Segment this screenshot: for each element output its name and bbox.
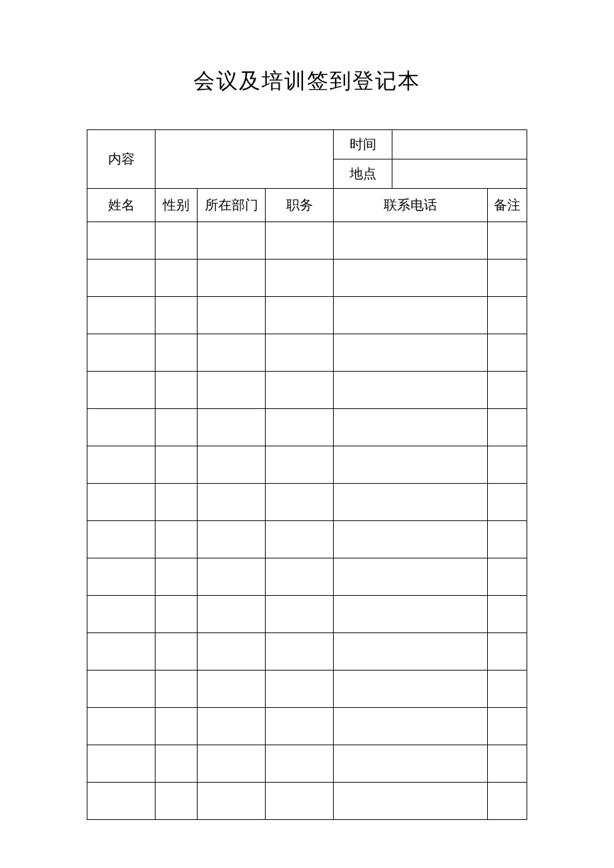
cell-remark <box>487 783 527 820</box>
cell-position <box>266 708 334 745</box>
table-row <box>87 372 527 409</box>
content-value-cell <box>156 130 334 189</box>
cell-position <box>266 334 334 372</box>
table-row <box>87 334 527 372</box>
table-row <box>87 222 527 260</box>
cell-department <box>198 671 266 708</box>
cell-gender <box>156 708 198 745</box>
table-row <box>87 484 527 521</box>
cell-phone <box>334 222 488 260</box>
cell-remark <box>487 409 527 446</box>
cell-gender <box>156 372 198 409</box>
cell-position <box>266 260 334 297</box>
cell-gender <box>156 446 198 484</box>
col-header-position: 职务 <box>266 189 334 222</box>
cell-phone <box>334 409 488 446</box>
cell-department <box>198 372 266 409</box>
cell-name <box>87 671 156 708</box>
cell-remark <box>487 372 527 409</box>
cell-remark <box>487 596 527 633</box>
cell-position <box>266 409 334 446</box>
column-header-row: 姓名 性别 所在部门 职务 联系电话 备注 <box>87 189 527 222</box>
cell-name <box>87 222 156 260</box>
table-row <box>87 708 527 745</box>
cell-gender <box>156 409 198 446</box>
col-header-name: 姓名 <box>87 189 156 222</box>
cell-phone <box>334 596 488 633</box>
cell-phone <box>334 484 488 521</box>
cell-gender <box>156 260 198 297</box>
cell-position <box>266 372 334 409</box>
table-row <box>87 521 527 558</box>
cell-phone <box>334 334 488 372</box>
table-row <box>87 297 527 334</box>
cell-gender <box>156 745 198 783</box>
page-container: 会议及培训签到登记本 内容 时间 地点 姓名 性别 <box>0 0 614 820</box>
col-header-gender: 性别 <box>156 189 198 222</box>
cell-name <box>87 297 156 334</box>
cell-gender <box>156 633 198 671</box>
col-header-remark: 备注 <box>487 189 527 222</box>
cell-remark <box>487 484 527 521</box>
cell-name <box>87 558 156 596</box>
cell-remark <box>487 260 527 297</box>
cell-department <box>198 409 266 446</box>
table-row <box>87 409 527 446</box>
cell-remark <box>487 633 527 671</box>
location-label-cell: 地点 <box>334 159 392 189</box>
cell-gender <box>156 783 198 820</box>
cell-name <box>87 260 156 297</box>
cell-name <box>87 521 156 558</box>
cell-phone <box>334 372 488 409</box>
cell-department <box>198 745 266 783</box>
cell-remark <box>487 222 527 260</box>
cell-remark <box>487 446 527 484</box>
cell-remark <box>487 708 527 745</box>
cell-phone <box>334 745 488 783</box>
cell-phone <box>334 297 488 334</box>
header-row-1: 内容 时间 <box>87 130 527 159</box>
cell-phone <box>334 708 488 745</box>
time-value-cell <box>392 130 527 159</box>
cell-remark <box>487 297 527 334</box>
cell-gender <box>156 671 198 708</box>
cell-department <box>198 596 266 633</box>
cell-name <box>87 596 156 633</box>
cell-position <box>266 745 334 783</box>
cell-gender <box>156 334 198 372</box>
cell-remark <box>487 671 527 708</box>
time-label-cell: 时间 <box>334 130 392 159</box>
cell-phone <box>334 783 488 820</box>
cell-name <box>87 446 156 484</box>
table-row <box>87 596 527 633</box>
cell-department <box>198 334 266 372</box>
cell-position <box>266 222 334 260</box>
cell-position <box>266 297 334 334</box>
location-value-cell <box>392 159 527 189</box>
cell-gender <box>156 484 198 521</box>
cell-department <box>198 521 266 558</box>
content-label-cell: 内容 <box>87 130 156 189</box>
signin-table: 内容 时间 地点 姓名 性别 所在部门 职务 联系电话 备注 <box>87 129 527 820</box>
cell-position <box>266 671 334 708</box>
cell-name <box>87 372 156 409</box>
cell-name <box>87 409 156 446</box>
cell-department <box>198 708 266 745</box>
cell-gender <box>156 222 198 260</box>
cell-remark <box>487 334 527 372</box>
cell-department <box>198 446 266 484</box>
table-row <box>87 446 527 484</box>
table-row <box>87 260 527 297</box>
cell-position <box>266 558 334 596</box>
cell-remark <box>487 521 527 558</box>
cell-remark <box>487 558 527 596</box>
cell-name <box>87 745 156 783</box>
cell-position <box>266 521 334 558</box>
cell-department <box>198 633 266 671</box>
table-row <box>87 783 527 820</box>
cell-phone <box>334 521 488 558</box>
cell-position <box>266 484 334 521</box>
cell-position <box>266 783 334 820</box>
col-header-phone: 联系电话 <box>334 189 488 222</box>
cell-name <box>87 633 156 671</box>
